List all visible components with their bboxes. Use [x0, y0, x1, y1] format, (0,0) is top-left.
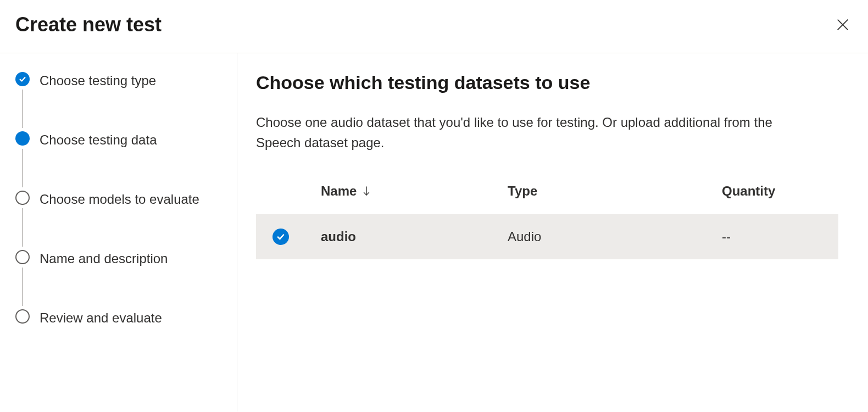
sort-down-arrow-icon [361, 186, 372, 197]
cell-quantity: -- [722, 229, 838, 244]
datasets-table: Name Type Quantity [256, 177, 838, 259]
column-type-label: Type [508, 183, 537, 199]
column-quantity-label: Quantity [722, 183, 775, 199]
step-label: Review and evaluate [40, 309, 162, 327]
step-status-pending-icon [15, 191, 30, 205]
step-status-pending-icon [15, 309, 30, 324]
step-connector [22, 208, 23, 247]
dialog-title: Create new test [15, 13, 162, 36]
dialog-header: Create new test [0, 0, 868, 53]
column-header-quantity[interactable]: Quantity [722, 183, 838, 199]
step-connector [22, 90, 23, 128]
dialog-body: Choose testing type Choose testing data [0, 53, 868, 411]
close-icon [835, 17, 850, 32]
step-status-completed-icon [15, 72, 30, 86]
step-label: Choose testing type [40, 72, 156, 90]
step-label: Name and description [40, 250, 168, 268]
step-label: Choose testing data [40, 131, 157, 149]
step-review-and-evaluate[interactable]: Review and evaluate [15, 309, 221, 327]
step-choose-testing-type[interactable]: Choose testing type [15, 72, 221, 131]
cell-type: Audio [508, 229, 722, 244]
close-button[interactable] [833, 15, 853, 35]
cell-name: audio [321, 229, 508, 244]
column-header-type[interactable]: Type [508, 183, 722, 199]
row-select-checkbox[interactable] [256, 229, 321, 245]
table-row[interactable]: audio Audio -- [256, 214, 838, 259]
step-name-and-description[interactable]: Name and description [15, 250, 221, 309]
table-header: Name Type Quantity [256, 177, 838, 205]
page-description: Choose one audio dataset that you'd like… [256, 112, 816, 153]
checkmark-icon [272, 229, 289, 245]
page-title: Choose which testing datasets to use [256, 72, 849, 93]
step-status-current-icon [15, 131, 30, 146]
step-connector [22, 149, 23, 187]
column-header-name[interactable]: Name [321, 183, 508, 199]
step-status-pending-icon [15, 250, 30, 264]
step-connector [22, 268, 23, 306]
wizard-steps: Choose testing type Choose testing data [0, 53, 237, 411]
step-choose-testing-data[interactable]: Choose testing data [15, 131, 221, 191]
step-choose-models-to-evaluate[interactable]: Choose models to evaluate [15, 191, 221, 250]
main-content: Choose which testing datasets to use Cho… [237, 53, 868, 411]
step-label: Choose models to evaluate [40, 191, 199, 208]
column-name-label: Name [321, 183, 357, 199]
